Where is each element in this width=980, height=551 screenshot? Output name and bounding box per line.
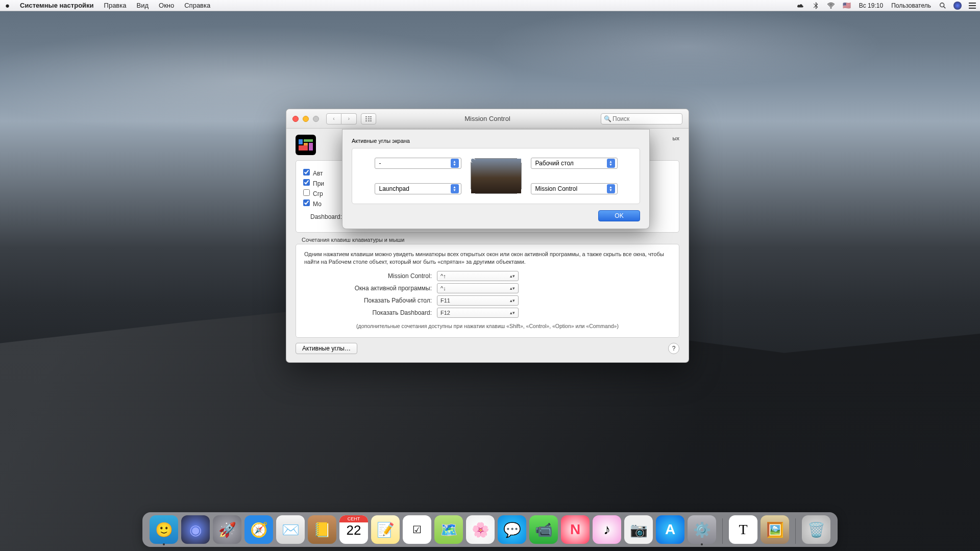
svg-rect-4 [969, 8, 976, 9]
svg-rect-2 [969, 3, 976, 4]
dock-reminders[interactable]: ☑︎ [403, 515, 431, 544]
kb-select-dashboard[interactable]: F12▴▾ [437, 308, 519, 318]
kb-select-appwindows[interactable]: ^↓▴▾ [437, 283, 519, 293]
siri-icon[interactable] [953, 2, 962, 10]
ok-button[interactable]: OK [598, 210, 640, 221]
user-menu[interactable]: Пользователь [887, 2, 935, 9]
notification-center-icon[interactable] [965, 2, 980, 9]
dock-screenshot[interactable]: 📷 [624, 515, 653, 544]
corner-bottom-right-select[interactable]: Mission Control ▲▼ [531, 183, 618, 194]
app-name[interactable]: Системные настройки [15, 0, 99, 11]
search-field-wrap: 🔍 [601, 113, 682, 124]
svg-rect-3 [969, 5, 976, 6]
dock-finder[interactable]: 🙂 [150, 515, 178, 544]
kb-label-mc: Mission Control: [304, 272, 437, 280]
hot-corners-box: - ▲▼ Launchpad ▲▼ Рабочий стол ▲▼ Missio… [352, 148, 640, 204]
dropdown-arrows-icon: ▲▼ [451, 159, 459, 168]
apple-menu-icon[interactable]: ● [0, 0, 15, 11]
corner-marker-icon [517, 189, 522, 194]
hot-corners-sheet: Активные углы экрана - ▲▼ Launchpad ▲▼ Р… [342, 129, 650, 229]
forward-button[interactable]: › [341, 113, 357, 124]
clock[interactable]: Вс 19:10 [855, 2, 887, 9]
wifi-icon[interactable] [823, 2, 839, 9]
grid-icon [365, 116, 372, 121]
show-all-button[interactable] [361, 113, 376, 124]
dashboard-label: Dashboard: [310, 213, 342, 220]
corner-marker-icon [517, 158, 522, 163]
svg-rect-8 [309, 143, 313, 151]
dock-preview[interactable]: 🖼️ [761, 515, 789, 544]
calendar-day: 22 [347, 522, 361, 538]
dock-photos[interactable]: 🌸 [466, 515, 495, 544]
spotlight-icon[interactable] [935, 2, 950, 9]
dock-system-preferences[interactable]: ⚙️ [688, 515, 716, 544]
dock-separator [795, 518, 796, 544]
dock-news[interactable]: N [561, 515, 590, 544]
dock-maps[interactable]: 🗺️ [434, 515, 463, 544]
dock-calendar[interactable]: СЕНТ22 [339, 515, 368, 544]
kb-note: (дополнительные сочетания доступны при н… [304, 323, 671, 329]
dock-notes[interactable]: 📝 [371, 515, 400, 544]
mission-control-icon [296, 135, 316, 155]
dock-siri[interactable]: ◉ [181, 515, 210, 544]
menu-view[interactable]: Вид [131, 0, 154, 11]
kb-label-appwindows: Окна активной программы: [304, 285, 437, 292]
dock-launchpad[interactable]: 🚀 [213, 515, 241, 544]
traffic-lights [286, 116, 319, 122]
corner-top-left-select[interactable]: - ▲▼ [375, 158, 461, 169]
kbd-section-label: Сочетания клавиш клавиатуры и мыши [302, 237, 679, 243]
sheet-title: Активные углы экрана [352, 138, 640, 144]
svg-rect-9 [299, 145, 308, 151]
kb-select-mc[interactable]: ^↑▴▾ [437, 271, 519, 281]
calendar-month: СЕНТ [339, 515, 368, 522]
corner-marker-icon [470, 189, 475, 194]
dock-separator [722, 518, 723, 544]
dock-facetime[interactable]: 📹 [529, 515, 558, 544]
corner-bottom-left-select[interactable]: Launchpad ▲▼ [375, 183, 461, 194]
kbd-description: Одним нажатием клавиши можно увидеть мин… [304, 251, 671, 266]
menu-edit[interactable]: Правка [99, 0, 132, 11]
window-titlebar[interactable]: ‹ › Mission Control 🔍 [286, 109, 689, 129]
kb-select-desktop[interactable]: F11▴▾ [437, 295, 519, 306]
kb-label-dashboard: Показать Dashboard: [304, 309, 437, 316]
dock-messages[interactable]: 💬 [498, 515, 526, 544]
dock-contacts[interactable]: 📒 [308, 515, 336, 544]
keyboard-layout-icon[interactable]: 🇺🇸 [839, 2, 855, 9]
minimize-button[interactable] [303, 116, 309, 122]
back-button[interactable]: ‹ [326, 113, 341, 124]
corner-top-right-select[interactable]: Рабочий стол ▲▼ [531, 158, 618, 169]
zoom-button[interactable] [313, 116, 319, 122]
dock-trash[interactable]: 🗑️ [802, 515, 830, 544]
monitor-thumbnail [471, 158, 522, 194]
search-icon: 🔍 [604, 115, 611, 122]
corner-marker-icon [470, 158, 475, 163]
hot-corners-button[interactable]: Активные углы… [296, 343, 357, 354]
menu-help[interactable]: Справка [179, 0, 215, 11]
help-button[interactable]: ? [668, 343, 679, 354]
dock-itunes[interactable]: ♪ [593, 515, 621, 544]
svg-rect-5 [299, 139, 303, 144]
dropdown-arrows-icon: ▲▼ [607, 159, 615, 168]
dock-textedit[interactable]: T [729, 515, 757, 544]
menubar: ● Системные настройки Правка Вид Окно Сп… [0, 0, 980, 11]
bluetooth-icon[interactable] [808, 2, 823, 9]
dock-appstore[interactable]: A [656, 515, 684, 544]
kb-label-desktop: Показать Рабочий стол: [304, 297, 437, 304]
dock: 🙂 ◉ 🚀 🧭 ✉️ 📒 СЕНТ22 📝 ☑︎ 🗺️ 🌸 💬 📹 N ♪ 📷 … [142, 512, 838, 547]
dock-mail[interactable]: ✉️ [276, 515, 305, 544]
dropdown-arrows-icon: ▲▼ [607, 184, 615, 193]
search-input[interactable] [601, 113, 682, 124]
menu-window[interactable]: Окно [154, 0, 179, 11]
dock-safari[interactable]: 🧭 [244, 515, 273, 544]
svg-line-1 [944, 6, 946, 8]
svg-rect-6 [304, 139, 313, 142]
cloud-icon[interactable] [793, 2, 808, 9]
svg-point-0 [940, 3, 944, 7]
dropdown-arrows-icon: ▲▼ [451, 184, 459, 193]
close-button[interactable] [292, 116, 299, 122]
